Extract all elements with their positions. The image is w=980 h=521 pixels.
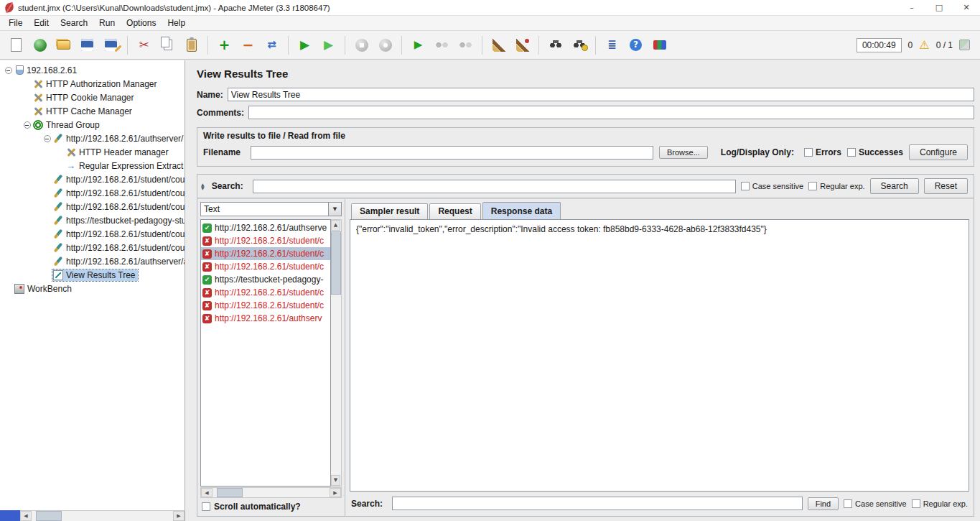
scroll-right-button[interactable]: ▶ bbox=[173, 511, 185, 521]
save-as-button[interactable] bbox=[101, 35, 121, 55]
paste-button[interactable] bbox=[182, 35, 201, 55]
collapse-all-button[interactable]: − bbox=[238, 35, 258, 55]
results-vertical-scrollbar[interactable]: ▲ ▼ bbox=[331, 219, 342, 487]
tree-item[interactable]: HTTP Cache Manager bbox=[0, 104, 185, 118]
tree-item[interactable]: Regular Expression Extract bbox=[0, 159, 185, 172]
expand-handle[interactable] bbox=[4, 63, 14, 77]
remote-start-all-button[interactable]: ▶ bbox=[409, 35, 428, 55]
templates-button[interactable] bbox=[30, 35, 50, 55]
case-sensitive-checkbox[interactable]: Case sensitive bbox=[741, 182, 804, 190]
maximize-button[interactable]: □ bbox=[925, 0, 953, 16]
successes-checkbox[interactable]: Successes bbox=[847, 147, 903, 157]
scrollbar-thumb[interactable] bbox=[36, 511, 62, 521]
reset-button[interactable]: Reset bbox=[924, 178, 968, 194]
stop-button[interactable] bbox=[352, 35, 371, 55]
tab-sampler-result[interactable]: Sampler result bbox=[351, 203, 428, 219]
find-input[interactable] bbox=[392, 497, 803, 510]
scroll-automatically-checkbox[interactable]: Scroll automatically? bbox=[200, 498, 342, 513]
remote-shutdown-all-button[interactable] bbox=[456, 35, 475, 55]
menu-item-file[interactable]: File bbox=[3, 17, 28, 29]
result-item[interactable]: ✔https://testbucket-pedagogy- bbox=[201, 273, 330, 286]
chevron-down-icon[interactable]: ▼ bbox=[328, 203, 341, 216]
filename-input[interactable] bbox=[251, 146, 653, 160]
tree-horizontal-scrollbar[interactable]: ◀ ▶ bbox=[20, 510, 185, 521]
comments-input[interactable] bbox=[248, 106, 974, 119]
response-data-panel[interactable]: {"error":"invalid_token","error_descript… bbox=[350, 219, 969, 492]
menu-item-edit[interactable]: Edit bbox=[28, 17, 55, 29]
result-item[interactable]: ✘http://192.168.2.61/authserv bbox=[201, 312, 330, 325]
scroll-down-button[interactable]: ▼ bbox=[331, 475, 340, 486]
configure-button[interactable]: Configure bbox=[909, 144, 968, 160]
new-file-button[interactable] bbox=[6, 35, 26, 55]
view-mode-select[interactable]: Text ▼ bbox=[200, 202, 342, 216]
search-button[interactable]: Search bbox=[870, 178, 919, 194]
minimize-button[interactable]: – bbox=[898, 0, 925, 16]
result-item[interactable]: ✘http://192.168.2.61/student/c bbox=[201, 286, 330, 299]
regular-exp-checkbox[interactable]: Regular exp. bbox=[808, 182, 864, 190]
tree-item[interactable]: View Results Tree bbox=[0, 268, 185, 282]
scroll-right-button[interactable]: ▶ bbox=[330, 488, 341, 497]
tree-item[interactable]: https://testbucket-pedagogy-stu bbox=[0, 213, 185, 227]
clear-button[interactable] bbox=[489, 35, 508, 55]
find-regular-exp-checkbox[interactable]: Regular exp. bbox=[912, 499, 968, 508]
save-button[interactable] bbox=[78, 35, 97, 55]
remote-stop-all-button[interactable] bbox=[432, 35, 452, 55]
scrollbar-track[interactable] bbox=[243, 488, 330, 497]
tab-response-data[interactable]: Response data bbox=[482, 202, 561, 219]
clear-all-button[interactable] bbox=[513, 35, 532, 55]
result-item[interactable]: ✘http://192.168.2.61/student/c bbox=[201, 299, 330, 312]
toggle-button[interactable]: ⇄ bbox=[262, 35, 281, 55]
menu-item-run[interactable]: Run bbox=[93, 17, 121, 29]
name-input[interactable] bbox=[228, 88, 974, 101]
menu-item-options[interactable]: Options bbox=[121, 17, 162, 29]
results-horizontal-scrollbar[interactable]: ◀ ▶ bbox=[200, 487, 342, 498]
menu-item-help[interactable]: Help bbox=[162, 17, 191, 29]
scroll-left-button[interactable]: ◀ bbox=[20, 511, 32, 521]
tree-item[interactable]: http://192.168.2.61/student/cou bbox=[0, 172, 185, 186]
tree-item[interactable]: 192.168.2.61 bbox=[0, 63, 185, 77]
logger-panel-toggle-button[interactable]: ≣ bbox=[602, 35, 622, 55]
scroll-up-button[interactable]: ▲ bbox=[331, 220, 340, 231]
tree-item[interactable]: HTTP Cookie Manager bbox=[0, 91, 185, 104]
expand-all-button[interactable]: + bbox=[215, 35, 234, 55]
scrollbar-thumb[interactable] bbox=[331, 231, 341, 295]
help-button[interactable]: ? bbox=[626, 35, 645, 55]
search-input[interactable] bbox=[253, 180, 736, 193]
scrollbar-thumb[interactable] bbox=[217, 488, 243, 497]
copy-button[interactable] bbox=[158, 35, 177, 55]
search-reset-button[interactable] bbox=[569, 35, 589, 55]
expand-handle[interactable] bbox=[23, 118, 32, 132]
find-case-sensitive-checkbox[interactable]: Case sensitive bbox=[844, 499, 907, 508]
close-button[interactable]: ✕ bbox=[953, 0, 980, 16]
tree-item[interactable]: WorkBench bbox=[0, 282, 185, 295]
tree-item[interactable]: Thread Group bbox=[0, 118, 185, 132]
expand-handle[interactable] bbox=[43, 132, 52, 145]
errors-checkbox[interactable]: Errors bbox=[804, 147, 841, 157]
result-item[interactable]: ✘http://192.168.2.61/student/c bbox=[201, 247, 330, 260]
tree-item[interactable]: http://192.168.2.61/authserver/ bbox=[0, 132, 185, 145]
tree-item[interactable]: http://192.168.2.61/student/cou bbox=[0, 186, 185, 200]
search-button[interactable] bbox=[546, 35, 565, 55]
tree-item[interactable]: HTTP Authorization Manager bbox=[0, 77, 185, 91]
result-item[interactable]: ✘http://192.168.2.61/student/c bbox=[201, 260, 330, 273]
start-button[interactable]: ▶ bbox=[295, 35, 314, 55]
tree-item[interactable]: http://192.168.2.61/student/cou bbox=[0, 227, 185, 241]
scroll-left-button[interactable]: ◀ bbox=[201, 488, 213, 497]
find-button[interactable]: Find bbox=[808, 497, 839, 510]
menu-item-search[interactable]: Search bbox=[55, 17, 93, 29]
warning-icon[interactable]: ⚠ bbox=[919, 40, 929, 51]
result-item[interactable]: ✘http://192.168.2.61/student/c bbox=[201, 234, 330, 247]
scrollbar-track[interactable] bbox=[331, 295, 341, 475]
tree-item[interactable]: http://192.168.2.61/student/cou bbox=[0, 241, 185, 254]
open-file-button[interactable] bbox=[54, 35, 73, 55]
tree-item[interactable]: HTTP Header manager bbox=[0, 145, 185, 159]
function-helper-button[interactable] bbox=[650, 35, 669, 55]
shutdown-button[interactable] bbox=[375, 35, 395, 55]
result-item[interactable]: ✔http://192.168.2.61/authserve bbox=[201, 221, 330, 234]
cut-button[interactable]: ✂ bbox=[134, 35, 154, 55]
tree-item[interactable]: http://192.168.2.61/authserver/a bbox=[0, 254, 185, 268]
scrollbar-track[interactable] bbox=[62, 511, 173, 521]
browse-button[interactable]: Browse... bbox=[659, 146, 708, 159]
tab-request[interactable]: Request bbox=[429, 203, 480, 219]
tree-item[interactable]: http://192.168.2.61/student/cou bbox=[0, 200, 185, 213]
